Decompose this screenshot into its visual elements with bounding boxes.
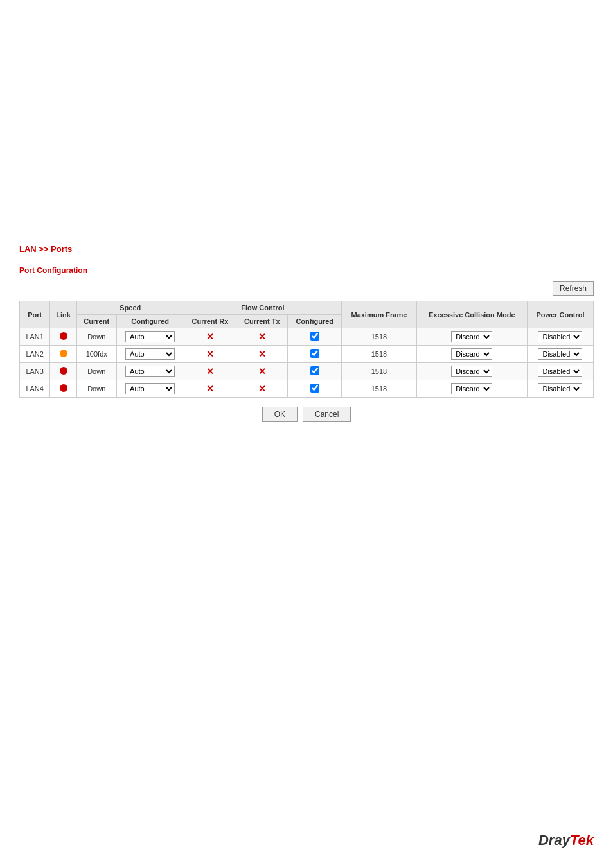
cell-flow-configured[interactable] [288,346,342,363]
x-icon: ✕ [206,366,214,376]
cell-link [50,363,77,380]
cell-speed-configured[interactable]: Auto10M Half10M Full100M Half100M Full [116,380,184,398]
breadcrumb: LAN >> Ports [19,244,72,254]
power-control-select[interactable]: DisabledEnabled [538,348,582,360]
flow-configured-checkbox[interactable] [310,349,319,358]
cell-flow-configured[interactable] [288,380,342,398]
th-excessive: Excessive Collision Mode [416,301,527,328]
cell-speed-current: Down [76,363,116,380]
cell-speed-current: Down [76,380,116,398]
th-power: Power Control [527,301,593,328]
x-icon: ✕ [206,332,214,342]
logo-tek: Tek [570,832,594,848]
th-port: Port [20,301,50,328]
power-control-select[interactable]: DisabledEnabled [538,366,582,377]
cell-speed-current: 100fdx [76,346,116,363]
x-icon: ✕ [258,384,266,394]
cell-flow-configured[interactable] [288,363,342,380]
section-title: Port Configuration [19,266,594,275]
ok-button[interactable]: OK [262,407,298,422]
th-speed-group: Speed [76,301,184,315]
cell-flow-tx: ✕ [236,328,288,346]
link-dot [60,367,67,375]
table-row: LAN1DownAuto10M Half10M Full100M Half100… [20,328,594,346]
cell-max-frame: 1518 [342,328,417,346]
excessive-collision-select[interactable]: DiscardRetry [451,383,492,394]
flow-configured-checkbox[interactable] [310,384,319,393]
link-dot [60,350,67,357]
th-flow-configured: Configured [288,315,342,328]
th-speed-current: Current [76,315,116,328]
cell-port: LAN3 [20,363,50,380]
speed-select[interactable]: Auto10M Half10M Full100M Half100M Full [125,348,175,360]
th-max-frame: Maximum Frame [342,301,417,328]
cell-flow-configured[interactable] [288,328,342,346]
cell-max-frame: 1518 [342,363,417,380]
cell-max-frame: 1518 [342,346,417,363]
cell-flow-rx: ✕ [184,328,236,346]
flow-configured-checkbox[interactable] [310,332,319,341]
table-row: LAN3DownAuto10M Half10M Full100M Half100… [20,363,594,380]
port-table: Port Link Speed Flow Control Maximum Fra… [19,301,594,398]
cell-port: LAN2 [20,346,50,363]
cancel-button[interactable]: Cancel [303,407,351,422]
cell-max-frame: 1518 [342,380,417,398]
cell-flow-tx: ✕ [236,363,288,380]
cell-flow-rx: ✕ [184,346,236,363]
cell-speed-configured[interactable]: Auto10M Half10M Full100M Half100M Full [116,346,184,363]
cell-link [50,346,77,363]
cell-excessive-collision[interactable]: DiscardRetry [416,346,527,363]
speed-select[interactable]: Auto10M Half10M Full100M Half100M Full [125,331,175,342]
table-row: LAN4DownAuto10M Half10M Full100M Half100… [20,380,594,398]
cell-flow-tx: ✕ [236,346,288,363]
cell-flow-rx: ✕ [184,380,236,398]
x-icon: ✕ [206,349,214,359]
cell-power-control[interactable]: DisabledEnabled [527,363,593,380]
th-link: Link [50,301,77,328]
cell-speed-configured[interactable]: Auto10M Half10M Full100M Half100M Full [116,328,184,346]
th-speed-configured: Configured [116,315,184,328]
cell-port: LAN1 [20,328,50,346]
x-icon: ✕ [258,366,266,376]
cell-speed-configured[interactable]: Auto10M Half10M Full100M Half100M Full [116,363,184,380]
x-icon: ✕ [206,384,214,394]
draytek-logo: DrayTek [538,832,594,849]
cell-link [50,328,77,346]
cell-excessive-collision[interactable]: DiscardRetry [416,363,527,380]
refresh-row: Refresh [19,281,594,296]
cell-power-control[interactable]: DisabledEnabled [527,380,593,398]
speed-select[interactable]: Auto10M Half10M Full100M Half100M Full [125,383,175,394]
cell-excessive-collision[interactable]: DiscardRetry [416,328,527,346]
th-flow-tx: Current Tx [236,315,288,328]
speed-select[interactable]: Auto10M Half10M Full100M Half100M Full [125,366,175,377]
link-dot [60,384,67,392]
logo-dray: Dray [538,832,570,848]
breadcrumb-section: LAN >> Ports [19,244,594,258]
excessive-collision-select[interactable]: DiscardRetry [451,348,492,360]
cell-port: LAN4 [20,380,50,398]
page-container: LAN >> Ports Port Configuration Refresh … [0,0,613,868]
link-dot [60,332,67,340]
th-flow-group: Flow Control [184,301,341,315]
x-icon: ✕ [258,332,266,342]
x-icon: ✕ [258,349,266,359]
table-row: LAN2100fdxAuto10M Half10M Full100M Half1… [20,346,594,363]
flow-configured-checkbox[interactable] [310,366,319,375]
excessive-collision-select[interactable]: DiscardRetry [451,366,492,377]
refresh-button[interactable]: Refresh [553,281,594,296]
power-control-select[interactable]: DisabledEnabled [538,383,582,394]
excessive-collision-select[interactable]: DiscardRetry [451,331,492,342]
cell-speed-current: Down [76,328,116,346]
cell-power-control[interactable]: DisabledEnabled [527,346,593,363]
th-flow-rx: Current Rx [184,315,236,328]
cell-power-control[interactable]: DisabledEnabled [527,328,593,346]
bottom-buttons: OK Cancel [19,407,594,422]
power-control-select[interactable]: DisabledEnabled [538,331,582,342]
cell-excessive-collision[interactable]: DiscardRetry [416,380,527,398]
cell-link [50,380,77,398]
cell-flow-rx: ✕ [184,363,236,380]
cell-flow-tx: ✕ [236,380,288,398]
